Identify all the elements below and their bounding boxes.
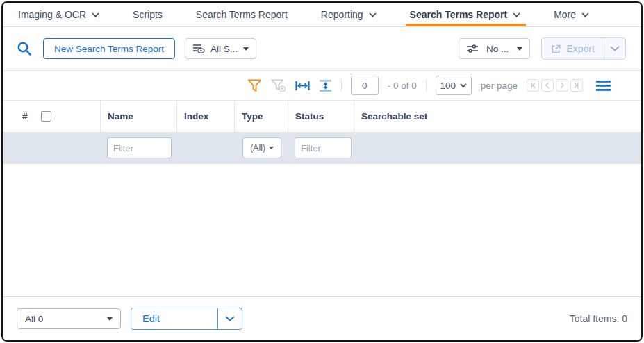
chevron-left-icon: [544, 82, 551, 89]
sliders-icon: [466, 44, 479, 53]
chevron-right-icon: [559, 82, 565, 89]
filter-cell-type: (All): [234, 137, 288, 158]
chevron-down-icon: [92, 12, 99, 17]
export-split-button: Export: [541, 37, 626, 60]
page-size-value: 100: [440, 81, 456, 91]
tab-more[interactable]: More: [554, 3, 589, 26]
current-page-input[interactable]: [351, 76, 379, 95]
table-filter-row: (All): [3, 132, 641, 164]
tab-search-terms-report-active[interactable]: Search Terms Report: [410, 3, 521, 26]
app-window: Imaging & OCR Scripts Search Terms Repor…: [1, 1, 643, 342]
chevron-down-icon: [513, 12, 520, 17]
select-all-checkbox[interactable]: [41, 111, 51, 122]
column-header-name[interactable]: Name: [100, 101, 176, 132]
previous-page-button[interactable]: [541, 79, 554, 92]
funnel-icon: [247, 79, 262, 92]
column-header-status[interactable]: Status: [288, 101, 354, 132]
tab-reporting[interactable]: Reporting: [321, 3, 377, 26]
type-filter-value: (All): [250, 143, 265, 153]
scope-select[interactable]: All 0: [17, 308, 121, 329]
total-items-label: Total Items: 0: [570, 313, 627, 324]
tab-bar: Imaging & OCR Scripts Search Terms Repor…: [3, 3, 641, 27]
action-toolbar: New Search Terms Report All S... No ...: [3, 27, 641, 70]
divider: [341, 79, 342, 92]
item-range-text: - 0 of 0: [388, 81, 417, 91]
chevron-down-icon: [581, 12, 589, 17]
last-page-button[interactable]: [570, 79, 583, 92]
grid-menu-button[interactable]: [596, 81, 611, 91]
grid-controls-bar: - 0 of 0 100 per page: [3, 70, 641, 101]
export-menu-button[interactable]: [604, 38, 625, 59]
tab-label: Reporting: [321, 9, 363, 20]
chevron-down-icon: [225, 316, 235, 321]
collapse-rows-button[interactable]: [319, 80, 332, 92]
saved-filters-dropdown[interactable]: No ...: [459, 38, 530, 59]
export-button[interactable]: Export: [542, 38, 604, 59]
column-header-type[interactable]: Type: [234, 101, 288, 132]
table-header-row: # Name Index Type Status Searchable set: [3, 101, 641, 132]
saved-filters-label: No ...: [486, 44, 509, 54]
view-selector-label: All S...: [210, 44, 238, 54]
pagination-controls: [527, 79, 583, 92]
scope-select-value: All 0: [25, 314, 43, 324]
edit-menu-button[interactable]: [218, 308, 242, 329]
page-size-select[interactable]: 100: [436, 76, 472, 95]
filter-cell-name: [100, 137, 176, 158]
new-search-terms-report-button[interactable]: New Search Terms Report: [43, 38, 175, 59]
tab-label: Imaging & OCR: [18, 9, 86, 20]
funnel-off-icon: [271, 79, 286, 92]
tab-label: More: [554, 9, 576, 20]
status-filter-input[interactable]: [295, 137, 352, 158]
tab-scripts[interactable]: Scripts: [133, 3, 163, 26]
chevron-down-icon: [610, 46, 620, 51]
caret-down-icon: [517, 47, 522, 51]
column-header-searchable-set[interactable]: Searchable set: [354, 101, 641, 132]
filter-cell-status: [288, 137, 354, 158]
collapse-rows-icon: [319, 80, 332, 92]
filter-toggle-button[interactable]: [247, 79, 262, 92]
clear-filters-button[interactable]: [271, 79, 286, 92]
first-page-button[interactable]: [527, 79, 539, 92]
mass-operations-bar: All 0 Edit Total Items: 0: [3, 296, 641, 340]
column-header-number: #: [17, 101, 36, 132]
column-width-icon: [295, 81, 310, 91]
caret-down-icon: [107, 317, 113, 321]
view-selector-dropdown[interactable]: All S...: [185, 38, 256, 59]
table-body-empty: [3, 164, 641, 296]
divider: [426, 79, 427, 92]
export-icon: [551, 44, 561, 54]
last-page-icon: [573, 82, 580, 89]
export-label: Export: [567, 43, 595, 54]
tab-label: Search Terms Report: [410, 9, 508, 20]
tab-label: Search Terms Report: [196, 9, 288, 20]
search-icon[interactable]: [17, 41, 32, 56]
edit-split-button: Edit: [131, 308, 242, 330]
chevron-down-icon: [369, 12, 377, 17]
next-page-button[interactable]: [556, 79, 568, 92]
column-header-checkbox: [36, 101, 100, 132]
tab-search-terms-report[interactable]: Search Terms Report: [196, 3, 288, 26]
per-page-label: per page: [481, 81, 518, 91]
column-header-index[interactable]: Index: [176, 101, 234, 132]
caret-down-icon: [269, 147, 274, 150]
tab-imaging-ocr[interactable]: Imaging & OCR: [18, 3, 99, 26]
tab-label: Scripts: [133, 9, 163, 20]
first-page-icon: [529, 82, 536, 89]
name-filter-input[interactable]: [107, 137, 172, 158]
hamburger-menu-icon: [596, 81, 611, 91]
type-filter-select[interactable]: (All): [242, 137, 281, 158]
caret-down-icon: [243, 47, 249, 51]
chevron-down-icon: [460, 83, 467, 87]
column-width-button[interactable]: [295, 81, 310, 91]
edit-button[interactable]: Edit: [131, 308, 217, 329]
view-list-eye-icon: [192, 44, 205, 53]
